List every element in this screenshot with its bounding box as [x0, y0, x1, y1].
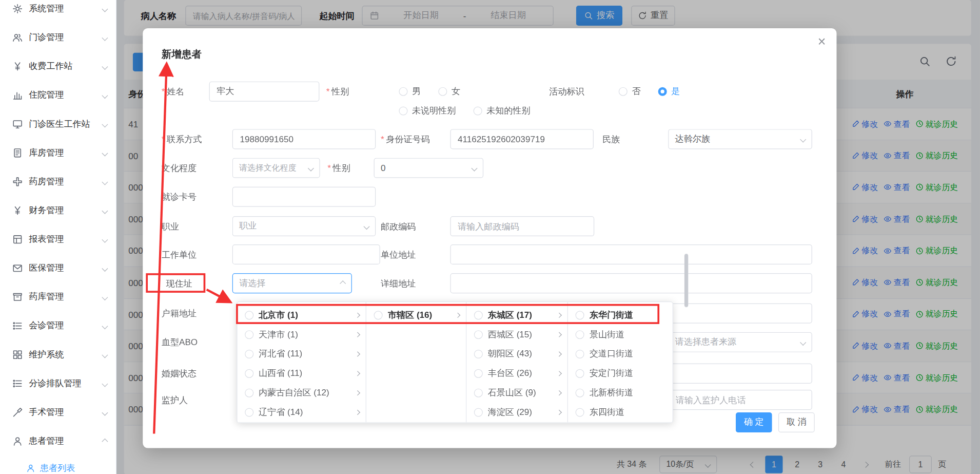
radio-icon[interactable]	[374, 311, 383, 319]
radio-no[interactable]: 否	[619, 86, 641, 97]
radio-icon[interactable]	[576, 349, 584, 358]
guardian-phone-input[interactable]	[668, 390, 812, 410]
marital-status-label: 婚姻状态	[162, 364, 197, 384]
chevron-right-icon	[557, 409, 562, 414]
chevron-down-icon	[102, 63, 108, 69]
required-star: *	[162, 134, 165, 144]
sidebar-item-outpatient-doctor-station[interactable]: 门诊医生工作站	[0, 110, 116, 139]
chevron-right-icon	[557, 312, 562, 317]
radio-icon[interactable]	[474, 369, 483, 377]
unit-address-input[interactable]	[450, 244, 812, 264]
radio-icon[interactable]	[474, 388, 483, 397]
ethnicity-select[interactable]: 达斡尔族	[668, 129, 812, 149]
cascader-option[interactable]: 海淀区 (29)	[466, 402, 567, 422]
cascader-option[interactable]: 朝阳区 (43)	[466, 344, 567, 364]
sidebar-item-surgery[interactable]: 手术管理	[0, 398, 116, 427]
radio-icon[interactable]	[245, 369, 253, 377]
cancel-button[interactable]: 取 消	[778, 412, 815, 432]
radio-icon[interactable]	[576, 311, 584, 319]
sidebar-item-warehouse[interactable]: 库房管理	[0, 139, 116, 167]
radio-icon[interactable]	[576, 408, 584, 416]
occupation-select[interactable]: 职业	[232, 216, 376, 236]
radio-icon[interactable]	[474, 311, 483, 319]
radio-icon[interactable]	[474, 408, 483, 416]
cascader-option[interactable]: 东华门街道	[568, 305, 672, 325]
cascader-option-label: 北京市 (1)	[259, 309, 351, 320]
cascader-option-label: 辽宁省 (14)	[259, 406, 351, 418]
contact-input[interactable]	[232, 129, 376, 149]
cascader-option[interactable]: 北新桥街道	[568, 383, 672, 403]
sidebar-item-triage-queue[interactable]: 分诊排队管理	[0, 369, 116, 398]
radio-icon[interactable]	[245, 408, 253, 416]
gender-label: *性别	[326, 82, 349, 102]
detail-address-input[interactable]	[450, 273, 812, 293]
surgery-icon	[12, 407, 23, 418]
list-icon	[12, 321, 23, 331]
current-address-select[interactable]: 请选择	[232, 273, 352, 293]
sidebar-item-consultation[interactable]: 会诊管理	[0, 312, 116, 340]
cascader-option[interactable]: 西城区 (15)	[466, 325, 567, 344]
cascader-option[interactable]: 内蒙古自治区 (12)	[238, 383, 366, 403]
sidebar-item-drug-storage[interactable]: 药库管理	[0, 282, 116, 311]
close-icon[interactable]: ×	[818, 35, 826, 49]
chevron-right-icon	[355, 312, 360, 317]
cascader-option[interactable]: 天津市 (1)	[238, 325, 366, 344]
cascader-option[interactable]: 交道口街道	[568, 344, 672, 364]
cascader-option[interactable]: 市辖区 (16)	[366, 305, 465, 325]
radio-icon[interactable]	[576, 388, 584, 397]
patient-source-select[interactable]: 请选择患者来源	[668, 332, 812, 352]
cascader-option[interactable]: 石景山区 (9)	[466, 383, 567, 403]
id-number-label: *身份证号码	[381, 129, 430, 149]
cascader-option[interactable]: 山西省 (11)	[238, 364, 366, 383]
cascader-option[interactable]: 东城区 (17)	[466, 305, 567, 325]
active-flag-radio-group: 否 是	[619, 82, 698, 102]
radio-icon[interactable]	[245, 388, 253, 397]
modal-scrollbar-thumb[interactable]	[684, 254, 688, 307]
sidebar-item-system[interactable]: 系统管理	[0, 0, 116, 23]
sidebar-item-reports[interactable]: 报表管理	[0, 225, 116, 254]
confirm-button[interactable]: 确 定	[736, 412, 772, 432]
radio-icon[interactable]	[474, 349, 483, 358]
sidebar-item-charging-station[interactable]: 收费工作站	[0, 52, 116, 81]
card-no-input[interactable]	[232, 187, 376, 207]
name-input[interactable]	[209, 82, 320, 102]
work-unit-input[interactable]	[232, 244, 380, 264]
radio-icon[interactable]	[474, 330, 483, 339]
radio-icon[interactable]	[245, 330, 253, 339]
cascader-option[interactable]: 丰台区 (26)	[466, 364, 567, 383]
sidebar-item-pharmacy[interactable]: 药房管理	[0, 167, 116, 196]
chevron-down-icon	[102, 150, 108, 156]
cascader-option[interactable]: 安定门街道	[568, 364, 672, 383]
sidebar-item-label: 药库管理	[29, 291, 96, 302]
chevron-right-icon	[557, 332, 562, 337]
cascader-option[interactable]: 景山街道	[568, 325, 672, 344]
chevron-down-icon	[102, 179, 108, 185]
cascader-option[interactable]: 河北省 (11)	[238, 344, 366, 364]
radio-icon[interactable]	[245, 311, 253, 319]
cascader-option-label: 安定门街道	[590, 368, 667, 379]
education-select[interactable]: 请选择文化程度	[232, 158, 320, 178]
sidebar-item-outpatient[interactable]: 门诊管理	[0, 23, 116, 52]
sidebar-item-inpatient[interactable]: 住院管理	[0, 81, 116, 109]
sidebar-subitem-patient-list[interactable]: 患者列表	[0, 456, 116, 474]
sidebar-item-finance[interactable]: 财务管理	[0, 196, 116, 225]
cascader-option[interactable]: 东四街道	[568, 402, 672, 422]
gender-code-select[interactable]: 0	[374, 158, 484, 178]
sidebar-item-patients[interactable]: 患者管理	[0, 427, 116, 456]
radio-gender-unknown[interactable]: 未知的性别	[474, 105, 531, 117]
radio-male[interactable]: 男	[399, 86, 421, 97]
cascader-option[interactable]: 北京市 (1)	[238, 305, 366, 325]
postal-code-input[interactable]	[450, 216, 594, 236]
cascader-option[interactable]: 辽宁省 (14)	[238, 402, 366, 422]
chevron-right-icon	[355, 351, 360, 356]
radio-icon[interactable]	[576, 369, 584, 377]
radio-icon[interactable]	[576, 330, 584, 339]
radio-gender-unstated[interactable]: 未说明性别	[399, 105, 456, 117]
sidebar-item-maintenance[interactable]: 维护系统	[0, 340, 116, 369]
radio-icon[interactable]	[245, 349, 253, 358]
id-number-input[interactable]	[450, 129, 593, 149]
radio-yes[interactable]: 是	[658, 86, 680, 97]
radio-female[interactable]: 女	[438, 86, 460, 97]
sidebar-item-label: 分诊排队管理	[29, 378, 96, 389]
sidebar-item-insurance[interactable]: 医保管理	[0, 254, 116, 282]
